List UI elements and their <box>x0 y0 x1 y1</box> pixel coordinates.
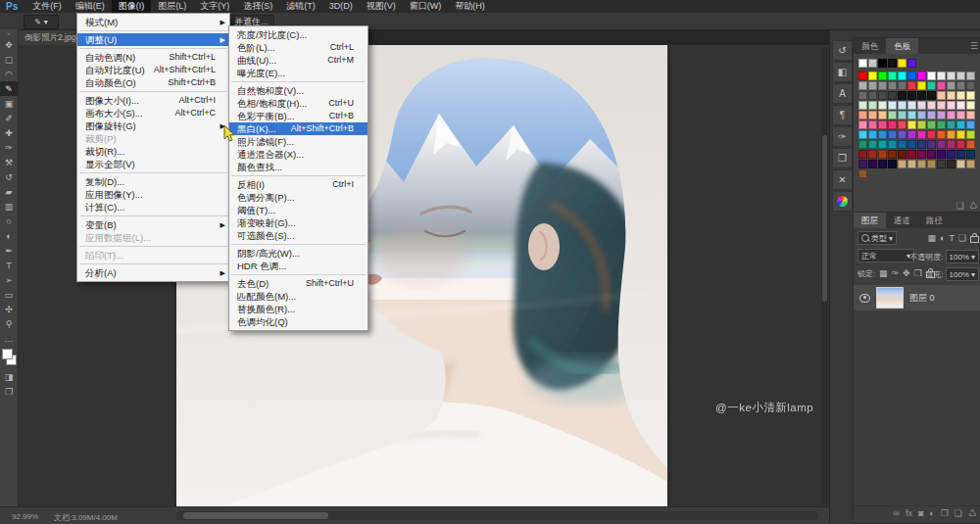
menu-item-row[interactable]: 调整(U)▶ <box>77 33 229 46</box>
paragraph-panel-icon[interactable]: ¶ <box>832 105 853 125</box>
color-swatch[interactable] <box>888 81 897 90</box>
history-brush-tool[interactable]: ↺ <box>0 169 18 184</box>
color-swatch[interactable] <box>858 169 867 178</box>
opacity-field[interactable]: 100%▾ <box>946 250 979 263</box>
horizontal-scrollbar-thumb[interactable] <box>183 512 328 519</box>
color-swatch[interactable] <box>956 91 965 100</box>
color-swatch[interactable] <box>898 111 906 119</box>
color-swatch[interactable] <box>878 130 887 139</box>
color-swatch[interactable] <box>947 111 956 119</box>
menubar-item[interactable]: 帮助(H) <box>448 0 492 13</box>
color-swatch[interactable] <box>927 81 936 90</box>
color-swatch[interactable] <box>907 71 916 80</box>
color-swatch[interactable] <box>907 160 916 168</box>
pen-tool[interactable]: ✒ <box>0 243 18 258</box>
color-swatch[interactable] <box>966 91 975 100</box>
color-swatch[interactable] <box>888 59 897 68</box>
menu-item-row[interactable]: 图像大小(I)...Alt+Ctrl+I <box>77 94 229 107</box>
color-swatch[interactable] <box>966 71 975 80</box>
color-swatch[interactable] <box>956 71 965 80</box>
color-swatch[interactable] <box>947 71 956 80</box>
lasso-tool[interactable]: ◠ <box>0 67 18 81</box>
layer-group-icon[interactable]: ❐ <box>941 508 949 518</box>
color-swatch[interactable] <box>858 120 867 129</box>
color-swatch[interactable] <box>937 101 946 110</box>
color-swatch[interactable] <box>947 91 956 100</box>
close-panel-icon[interactable]: ✕ <box>832 169 853 190</box>
menubar-item[interactable]: 3D(D) <box>322 0 360 13</box>
tab-色板[interactable]: 色板 <box>886 38 918 54</box>
color-swatch[interactable] <box>898 150 906 159</box>
color-swatch[interactable] <box>907 150 916 159</box>
color-swatch[interactable] <box>858 91 867 100</box>
color-swatch[interactable] <box>927 111 936 119</box>
color-swatch[interactable] <box>937 160 946 168</box>
color-swatch[interactable] <box>907 101 916 110</box>
color-swatch[interactable] <box>898 140 906 149</box>
color-swatch[interactable] <box>956 160 965 168</box>
history-panel-icon[interactable]: ↺ <box>832 40 853 61</box>
eyedropper-tool[interactable]: ✐ <box>0 111 18 125</box>
menubar-item[interactable]: 图层(L) <box>151 0 193 13</box>
color-swatch[interactable] <box>888 120 897 129</box>
delete-layer-icon[interactable]: ♺ <box>968 508 976 518</box>
more-tools[interactable]: … <box>0 331 18 346</box>
color-swatch[interactable] <box>878 59 887 68</box>
color-swatch[interactable] <box>898 81 906 90</box>
color-swatch[interactable] <box>888 101 897 110</box>
color-swatch[interactable] <box>947 81 956 90</box>
color-swatch[interactable] <box>937 71 946 80</box>
lock-pixels-icon[interactable]: ✑ <box>892 268 900 278</box>
menu-item-row[interactable]: 自动色调(N)Shift+Ctrl+L <box>77 51 229 64</box>
menu-item-row[interactable]: 阈值(T)... <box>229 204 368 216</box>
path-select-tool[interactable]: ➢ <box>0 272 18 287</box>
menubar-item[interactable]: 滤镜(T) <box>279 0 322 13</box>
color-swatch[interactable] <box>878 101 887 110</box>
quick-selection-tool[interactable]: ✎ <box>0 81 18 96</box>
color-swatch[interactable] <box>868 71 877 80</box>
hand-tool[interactable]: ✣ <box>0 302 18 316</box>
color-swatch[interactable] <box>907 59 916 68</box>
color-swatch[interactable] <box>878 71 887 80</box>
color-swatch[interactable] <box>917 71 926 80</box>
lock-transparent-icon[interactable]: ▦ <box>879 268 888 278</box>
gradient-tool[interactable]: ▥ <box>0 199 18 214</box>
color-swatch[interactable] <box>947 140 956 149</box>
move-tool[interactable]: ✥ <box>0 37 18 52</box>
color-swatch[interactable] <box>947 101 956 110</box>
layer-name[interactable]: 图层 0 <box>909 292 935 305</box>
color-swatch[interactable] <box>937 140 946 149</box>
menu-item-row[interactable]: 阴影/高光(W)... <box>229 247 368 260</box>
color-swatch[interactable] <box>917 130 926 139</box>
color-swatch[interactable] <box>966 81 975 90</box>
color-swatch[interactable] <box>917 160 926 168</box>
eraser-tool[interactable]: ▰ <box>0 184 18 199</box>
color-swatch[interactable] <box>956 111 965 119</box>
color-swatch[interactable] <box>878 81 887 90</box>
color-swatch[interactable] <box>907 111 916 119</box>
clone-source-panel-icon[interactable]: ❐ <box>832 148 853 168</box>
color-swatch[interactable] <box>937 91 946 100</box>
color-swatch[interactable] <box>868 160 877 168</box>
panel-menu-icon[interactable]: ☰ <box>970 38 978 54</box>
new-layer-icon[interactable]: ❏ <box>955 508 962 518</box>
menubar-item[interactable]: 文字(Y) <box>193 0 236 13</box>
color-swatch[interactable] <box>888 150 897 159</box>
color-swatch[interactable] <box>956 120 965 129</box>
color-swatch[interactable] <box>868 101 877 110</box>
lock-all-icon[interactable] <box>970 236 979 243</box>
menu-item-row[interactable]: 替换颜色(R)... <box>229 303 368 315</box>
color-swatch[interactable] <box>898 91 906 100</box>
color-swatch[interactable] <box>937 130 946 139</box>
color-swatch[interactable] <box>937 150 946 159</box>
color-swatch[interactable] <box>898 160 906 168</box>
menu-item-row[interactable]: 应用图像(Y)... <box>77 188 229 201</box>
color-swatch[interactable] <box>966 111 975 119</box>
tab-图层[interactable]: 图层 <box>854 213 886 228</box>
filter-adjustment-icon[interactable]: ◐ <box>940 233 945 243</box>
color-swatch[interactable] <box>888 140 897 149</box>
menu-item-row[interactable]: 裁切(R)... <box>77 145 229 158</box>
color-swatch[interactable] <box>858 111 867 119</box>
color-swatch[interactable] <box>858 71 867 80</box>
menubar-item[interactable]: 窗口(W) <box>403 0 449 13</box>
